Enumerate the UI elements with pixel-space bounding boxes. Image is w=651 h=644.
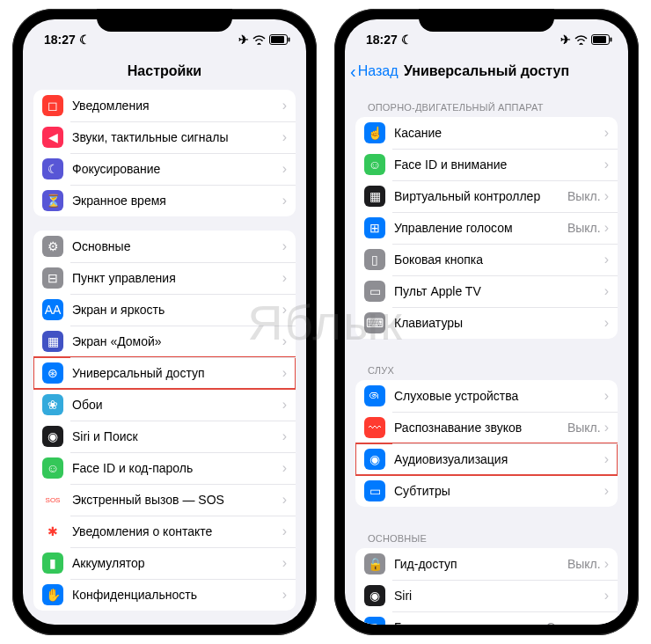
- row-icon: ☾: [42, 158, 63, 179]
- list-item[interactable]: ▮Аккумулятор›: [33, 547, 296, 579]
- list-item[interactable]: ⊞Управление голосомВыкл.›: [355, 212, 618, 244]
- row-icon: ✋: [42, 584, 63, 605]
- list-item[interactable]: ◉Аудиовизуализация›: [355, 443, 618, 475]
- row-label: Уведомления: [72, 99, 282, 113]
- row-icon: ⏳: [42, 190, 63, 211]
- list-item[interactable]: ⊛Универсальный доступ›: [33, 357, 296, 389]
- chevron-right-icon: ›: [604, 157, 609, 172]
- list-item[interactable]: ▯Боковая кнопка›: [355, 244, 618, 275]
- row-label: Субтитры: [394, 484, 604, 498]
- list-item[interactable]: ◉Siri и Поиск›: [33, 421, 296, 452]
- row-icon: ▭: [364, 281, 385, 302]
- list-item[interactable]: ✱Уведомления о контакте›: [33, 516, 296, 547]
- settings-group: ෧Слуховые устройства›〰Распознавание звук…: [355, 380, 618, 507]
- list-item[interactable]: SOSЭкстренный вызов — SOS›: [33, 484, 296, 516]
- row-label: Фокусирование: [72, 162, 282, 176]
- row-value: Выкл.: [567, 421, 601, 435]
- row-icon: ⊛: [42, 362, 63, 384]
- row-icon: ☺: [364, 154, 385, 175]
- chevron-right-icon: ›: [282, 397, 287, 413]
- wifi-icon: [574, 34, 588, 45]
- svg-rect-4: [593, 36, 606, 43]
- chevron-right-icon: ›: [604, 188, 609, 204]
- list-item[interactable]: ▦Виртуальный контроллерВыкл.›: [355, 180, 618, 212]
- chevron-right-icon: ›: [282, 193, 287, 209]
- list-item[interactable]: ☺Face ID и внимание›: [355, 149, 618, 180]
- row-label: Экран и яркость: [72, 303, 282, 317]
- row-icon: ◉: [364, 585, 385, 606]
- list-item[interactable]: 🔒Гид-доступВыкл.›: [355, 548, 618, 580]
- phone-right: 18:27 ☾ ✈ ‹ Назад Универсальный доступ О…: [334, 9, 639, 635]
- row-label: Siri: [394, 589, 604, 603]
- row-label: Face ID и код-пароль: [72, 461, 282, 475]
- row-label: Уведомления о контакте: [72, 524, 282, 538]
- row-icon: ▯: [364, 249, 385, 270]
- row-label: Распознавание звуков: [394, 421, 567, 435]
- battery-icon: [269, 34, 290, 45]
- row-label: Клавиатуры: [394, 316, 604, 330]
- wifi-icon: [252, 34, 266, 45]
- row-label: Конфиденциальность: [72, 588, 282, 602]
- chevron-right-icon: ›: [604, 420, 609, 435]
- list-item[interactable]: ❀Обои›: [33, 389, 296, 421]
- list-item[interactable]: ⊟Пункт управления›: [33, 262, 296, 294]
- settings-group: 🔒Гид-доступВыкл.›◉Siri›⊛Быстрая командаС…: [355, 548, 618, 625]
- list-item[interactable]: ▭Пульт Apple TV›: [355, 275, 618, 307]
- section-header: ОСНОВНЫЕ: [355, 521, 618, 548]
- list-item[interactable]: ⚙Основные›: [33, 231, 296, 262]
- chevron-right-icon: ›: [282, 587, 287, 603]
- settings-group: ◻Уведомления›◀Звуки, тактильные сигналы›…: [33, 90, 296, 216]
- back-button[interactable]: ‹ Назад: [350, 62, 399, 82]
- chevron-right-icon: ›: [282, 302, 287, 318]
- row-icon: AA: [42, 299, 63, 320]
- row-icon: SOS: [42, 489, 63, 510]
- chevron-right-icon: ›: [604, 283, 609, 299]
- list-item[interactable]: AAЭкран и яркость›: [33, 294, 296, 326]
- chevron-right-icon: ›: [282, 555, 287, 571]
- row-icon: ⊛: [364, 617, 385, 625]
- list-item[interactable]: ◉Siri›: [355, 580, 618, 611]
- list-item[interactable]: ⏳Экранное время›: [33, 185, 296, 216]
- list-item[interactable]: ◻Уведомления›: [33, 90, 296, 121]
- row-label: Экстренный вызов — SOS: [72, 493, 282, 507]
- row-icon: ◻: [42, 95, 63, 116]
- row-icon: ▭: [364, 480, 385, 501]
- row-icon: ▮: [42, 553, 63, 574]
- row-label: Касание: [394, 126, 604, 140]
- row-label: Пульт Apple TV: [394, 284, 604, 298]
- list-item[interactable]: ▭Субтитры›: [355, 475, 618, 507]
- notch: [97, 9, 232, 32]
- list-item[interactable]: ▦Экран «Домой»›: [33, 326, 296, 357]
- chevron-right-icon: ›: [282, 460, 287, 476]
- chevron-right-icon: ›: [604, 220, 609, 236]
- chevron-right-icon: ›: [604, 451, 609, 467]
- row-icon: ⌨: [364, 312, 385, 333]
- row-icon: ☺: [42, 457, 63, 479]
- row-label: Face ID и внимание: [394, 157, 604, 172]
- row-label: Пункт управления: [72, 271, 282, 285]
- row-label: Основные: [72, 239, 282, 253]
- row-icon: ෧: [364, 385, 385, 406]
- row-label: Слуховые устройства: [394, 389, 604, 403]
- chevron-right-icon: ›: [604, 588, 609, 604]
- row-icon: ◉: [42, 426, 63, 447]
- airplane-icon: ✈: [238, 33, 249, 47]
- phone-left: 18:27 ☾ ✈ Настройки ◻Уведомления›◀Звуки,…: [12, 9, 317, 635]
- page-title: Настройки: [128, 63, 201, 79]
- list-item[interactable]: ☝Касание›: [355, 117, 618, 149]
- list-item[interactable]: ⌨Клавиатуры›: [355, 307, 618, 339]
- chevron-right-icon: ›: [604, 252, 609, 267]
- chevron-right-icon: ›: [282, 492, 287, 508]
- nav-bar-left: Настройки: [23, 53, 306, 90]
- list-item[interactable]: ✋Конфиденциальность›: [33, 579, 296, 611]
- list-item[interactable]: 〰Распознавание звуковВыкл.›: [355, 412, 618, 443]
- chevron-right-icon: ›: [282, 129, 287, 145]
- list-item[interactable]: ෧Слуховые устройства›: [355, 380, 618, 412]
- row-label: Siri и Поиск: [72, 429, 282, 443]
- screen-right: 18:27 ☾ ✈ ‹ Назад Универсальный доступ О…: [345, 19, 628, 625]
- list-item[interactable]: ☾Фокусирование›: [33, 153, 296, 185]
- list-item[interactable]: ☺Face ID и код-пароль›: [33, 452, 296, 484]
- list-item[interactable]: ◀Звуки, тактильные сигналы›: [33, 121, 296, 153]
- row-label: Экранное время: [72, 194, 282, 208]
- list-item[interactable]: ⊛Быстрая командаСпросить›: [355, 611, 618, 625]
